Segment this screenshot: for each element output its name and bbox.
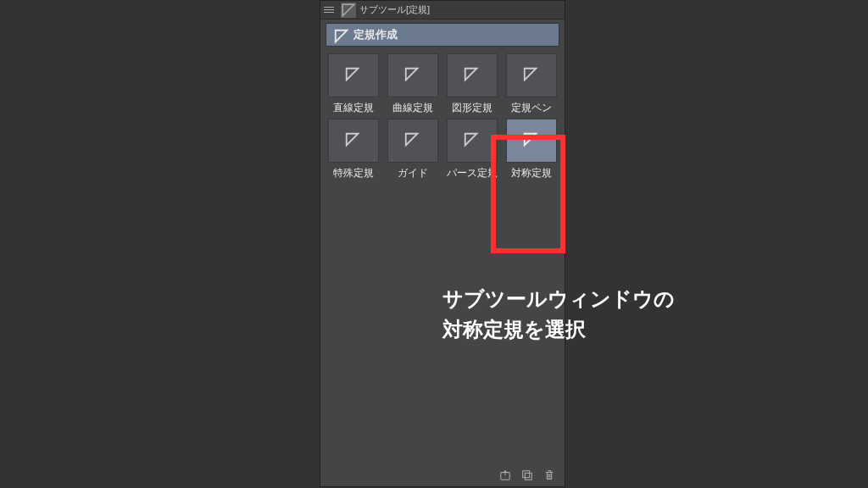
tool-curve-ruler[interactable]: 曲線定規 — [385, 53, 441, 115]
tool-perspective-ruler[interactable]: パース定規 — [444, 119, 500, 180]
tool-symmetry-ruler[interactable]: 対称定規 — [504, 119, 559, 180]
tool-guide[interactable]: ガイド — [385, 119, 441, 180]
tool-straight-ruler[interactable]: 直線定規 — [326, 53, 381, 115]
ruler-icon — [447, 53, 498, 97]
ruler-icon — [328, 53, 379, 97]
ruler-icon — [333, 28, 347, 42]
panel-header: サブツール[定規] — [320, 1, 565, 19]
ruler-icon — [506, 53, 557, 97]
ruler-icon — [328, 119, 379, 163]
tool-label: ガイド — [398, 166, 428, 180]
tool-label: 曲線定規 — [392, 101, 433, 115]
duplicate-icon[interactable] — [520, 469, 534, 482]
annotation-line1: サブツールウィンドウの — [442, 284, 675, 314]
svg-rect-2 — [525, 473, 531, 480]
tool-label: 定規ペン — [511, 101, 552, 115]
category-label: 定規作成 — [353, 27, 398, 42]
ruler-icon — [506, 119, 557, 163]
panel-title: サブツール[定規] — [359, 3, 430, 16]
tool-label: パース定規 — [447, 166, 498, 180]
tool-ruler-pen[interactable]: 定規ペン — [504, 53, 559, 115]
annotation-text: サブツールウィンドウの 対称定規を選択 — [442, 284, 675, 345]
tool-label: 図形定規 — [452, 101, 492, 115]
tool-label: 対称定規 — [511, 166, 552, 180]
tool-label: 特殊定規 — [333, 166, 374, 180]
tool-shape-ruler[interactable]: 図形定規 — [444, 53, 500, 115]
subtool-panel: サブツール[定規] 定規作成 直線定規 曲線定規 図形定規 — [320, 0, 565, 487]
export-icon[interactable] — [498, 469, 512, 482]
ruler-icon — [447, 119, 498, 163]
ruler-header-icon — [341, 3, 356, 18]
ruler-icon — [387, 53, 438, 97]
menu-icon[interactable] — [324, 3, 337, 17]
tool-label: 直線定規 — [333, 101, 374, 115]
annotation-line2: 対称定規を選択 — [442, 314, 675, 345]
trash-icon[interactable] — [542, 469, 556, 482]
svg-rect-1 — [523, 471, 530, 478]
panel-footer — [490, 464, 565, 486]
ruler-icon — [387, 119, 438, 163]
tool-grid: 直線定規 曲線定規 図形定規 定規ペン 特殊定規 — [320, 53, 565, 180]
category-tab[interactable]: 定規作成 — [326, 23, 559, 47]
tool-special-ruler[interactable]: 特殊定規 — [326, 119, 381, 180]
